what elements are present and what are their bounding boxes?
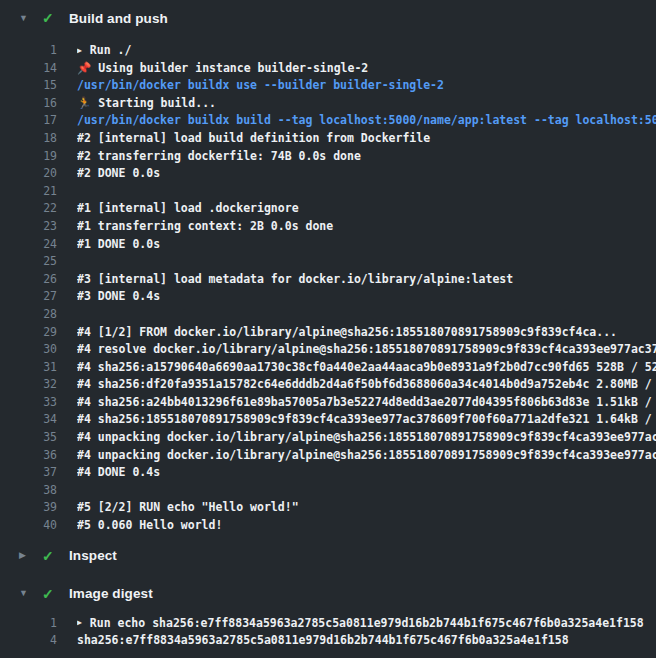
- log-line-text: #4 sha256:df20fa9351a15782c64e6dddb2d4a6…: [77, 376, 656, 394]
- line-number[interactable]: 24: [0, 236, 57, 254]
- log-line: 25: [0, 253, 656, 271]
- line-number[interactable]: 16: [0, 95, 57, 113]
- log-line: 26#3 [internal] load metadata for docker…: [0, 271, 656, 289]
- line-number[interactable]: 1: [0, 615, 57, 633]
- workflow-log-viewer: ▼✓Build and push1▶Run ./14📌 Using builde…: [0, 0, 656, 650]
- line-number[interactable]: 35: [0, 429, 57, 447]
- log-line-text: [77, 253, 656, 271]
- line-number[interactable]: 19: [0, 148, 57, 166]
- chevron-right-icon[interactable]: ▶: [19, 551, 31, 560]
- status-success-check-icon: ✓: [42, 11, 56, 25]
- log-line: 39#5 [2/2] RUN echo "Hello world!": [0, 499, 656, 517]
- log-line: 30#4 resolve docker.io/library/alpine@sh…: [0, 341, 656, 359]
- line-number[interactable]: 38: [0, 482, 57, 500]
- line-number[interactable]: 33: [0, 394, 57, 412]
- line-number[interactable]: 34: [0, 411, 57, 429]
- log-line: 31#4 sha256:a15790640a6690aa1730c38cf0a4…: [0, 359, 656, 377]
- log-line: 1▶Run ./: [0, 42, 656, 60]
- step-header-inspect[interactable]: ▶✓Inspect: [0, 539, 656, 573]
- line-number[interactable]: 40: [0, 517, 57, 535]
- log-line-text: #4 unpacking docker.io/library/alpine@sh…: [77, 429, 656, 447]
- status-success-check-icon: ✓: [42, 587, 56, 601]
- log-line: 17/usr/bin/docker buildx build --tag loc…: [0, 112, 656, 130]
- line-number[interactable]: 37: [0, 464, 57, 482]
- step-title: Build and push: [69, 11, 168, 26]
- log-line: 16🏃 Starting build...: [0, 95, 656, 113]
- log-line: 33#4 sha256:a24bb4013296f61e89ba57005a7b…: [0, 394, 656, 412]
- log-line-text: #4 DONE 0.4s: [77, 464, 656, 482]
- step-section-inspect: ▶✓Inspect: [0, 539, 656, 573]
- line-number[interactable]: 18: [0, 130, 57, 148]
- command-line-text: /usr/bin/docker buildx use --builder bui…: [77, 77, 656, 95]
- expand-group-play-icon[interactable]: ▶: [77, 47, 82, 55]
- log-line: 23#1 transferring context: 2B 0.0s done: [0, 218, 656, 236]
- log-line-text: #4 sha256:a15790640a6690aa1730c38cf0a440…: [77, 359, 656, 377]
- log-line: 27#3 DONE 0.4s: [0, 288, 656, 306]
- line-number[interactable]: 21: [0, 183, 57, 201]
- log-line: 32#4 sha256:df20fa9351a15782c64e6dddb2d4…: [0, 376, 656, 394]
- line-number[interactable]: 27: [0, 288, 57, 306]
- log-line-text: 📌 Using builder instance builder-single-…: [77, 60, 656, 78]
- command-line-text: /usr/bin/docker buildx build --tag local…: [77, 112, 656, 130]
- log-line-text: #1 [internal] load .dockerignore: [77, 200, 656, 218]
- line-number[interactable]: 26: [0, 271, 57, 289]
- line-number[interactable]: 1: [0, 42, 57, 60]
- line-number[interactable]: 36: [0, 447, 57, 465]
- line-number[interactable]: 25: [0, 253, 57, 271]
- log-line: 28: [0, 306, 656, 324]
- line-number[interactable]: 31: [0, 359, 57, 377]
- step-header-image-digest[interactable]: ▼✓Image digest: [0, 577, 656, 611]
- line-number[interactable]: 39: [0, 499, 57, 517]
- log-line-text: [77, 183, 656, 201]
- log-line: 21: [0, 183, 656, 201]
- log-line-text: #4 sha256:a24bb4013296f61e89ba57005a7b3e…: [77, 394, 656, 412]
- log-line: 24#1 DONE 0.0s: [0, 236, 656, 254]
- log-line-text: #3 DONE 0.4s: [77, 288, 656, 306]
- log-line-text: #1 DONE 0.0s: [77, 236, 656, 254]
- line-number[interactable]: 17: [0, 112, 57, 130]
- step-header-build-and-push[interactable]: ▼✓Build and push: [0, 0, 656, 36]
- log-line-text: [77, 482, 656, 500]
- line-number[interactable]: 22: [0, 200, 57, 218]
- log-line-text: #4 resolve docker.io/library/alpine@sha2…: [77, 341, 656, 359]
- log-line: 35#4 unpacking docker.io/library/alpine@…: [0, 429, 656, 447]
- step-title: Inspect: [69, 548, 117, 563]
- log-line-text: [77, 306, 656, 324]
- step-section-build-and-push: ▼✓Build and push1▶Run ./14📌 Using builde…: [0, 0, 656, 535]
- line-number[interactable]: 28: [0, 306, 57, 324]
- log-line: 37#4 DONE 0.4s: [0, 464, 656, 482]
- log-line-text: #3 [internal] load metadata for docker.i…: [77, 271, 656, 289]
- log-line-text: sha256:e7ff8834a5963a2785c5a0811e979d16b…: [77, 632, 656, 650]
- chevron-down-icon[interactable]: ▼: [19, 14, 31, 23]
- log-line-text: #5 0.060 Hello world!: [77, 517, 656, 535]
- line-number[interactable]: 20: [0, 165, 57, 183]
- line-number[interactable]: 30: [0, 341, 57, 359]
- line-number[interactable]: 29: [0, 324, 57, 342]
- log-line: 38: [0, 482, 656, 500]
- log-line: 19#2 transferring dockerfile: 74B 0.0s d…: [0, 148, 656, 166]
- line-number[interactable]: 23: [0, 218, 57, 236]
- log-line: 29#4 [1/2] FROM docker.io/library/alpine…: [0, 324, 656, 342]
- log-line-text: #4 sha256:185518070891758909c9f839cf4ca3…: [77, 411, 656, 429]
- expand-group-play-icon[interactable]: ▶: [77, 619, 82, 627]
- log-line: 20#2 DONE 0.0s: [0, 165, 656, 183]
- log-line: 34#4 sha256:185518070891758909c9f839cf4c…: [0, 411, 656, 429]
- line-number[interactable]: 4: [0, 632, 57, 650]
- step-section-image-digest: ▼✓Image digest1▶Run echo sha256:e7ff8834…: [0, 577, 656, 650]
- line-number[interactable]: 15: [0, 77, 57, 95]
- log-line: 4sha256:e7ff8834a5963a2785c5a0811e979d16…: [0, 632, 656, 650]
- log-line: 15/usr/bin/docker buildx use --builder b…: [0, 77, 656, 95]
- log-line-text: ▶Run echo sha256:e7ff8834a5963a2785c5a08…: [77, 615, 656, 633]
- log-line-text: #4 [1/2] FROM docker.io/library/alpine@s…: [77, 324, 656, 342]
- status-success-check-icon: ✓: [42, 549, 56, 563]
- log-line-text: 🏃 Starting build...: [77, 95, 656, 113]
- line-number[interactable]: 32: [0, 376, 57, 394]
- log-line-text: #4 unpacking docker.io/library/alpine@sh…: [77, 447, 656, 465]
- log-line: 18#2 [internal] load build definition fr…: [0, 130, 656, 148]
- log-line-text: ▶Run ./: [77, 42, 656, 60]
- group-command-text: Run echo sha256:e7ff8834a5963a2785c5a081…: [90, 615, 644, 633]
- line-number[interactable]: 14: [0, 60, 57, 78]
- log-line: 36#4 unpacking docker.io/library/alpine@…: [0, 447, 656, 465]
- chevron-down-icon[interactable]: ▼: [19, 589, 31, 598]
- log-line-text: #5 [2/2] RUN echo "Hello world!": [77, 499, 656, 517]
